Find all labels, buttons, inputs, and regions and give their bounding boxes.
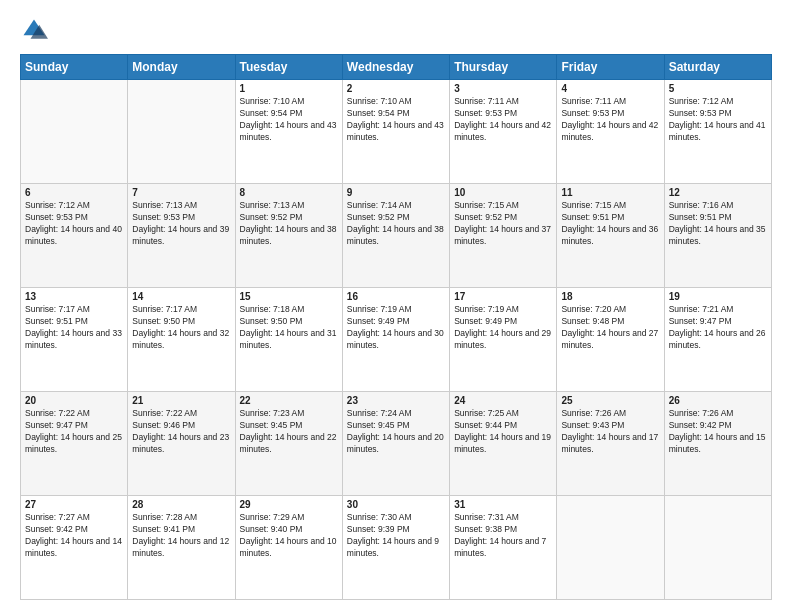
calendar-cell: 3Sunrise: 7:11 AMSunset: 9:53 PMDaylight… [450, 80, 557, 184]
day-number: 11 [561, 187, 659, 198]
calendar-header-row: SundayMondayTuesdayWednesdayThursdayFrid… [21, 55, 772, 80]
cell-info: Sunrise: 7:12 AMSunset: 9:53 PMDaylight:… [669, 96, 767, 144]
cell-info: Sunrise: 7:29 AMSunset: 9:40 PMDaylight:… [240, 512, 338, 560]
calendar-cell [557, 496, 664, 600]
day-number: 21 [132, 395, 230, 406]
day-number: 8 [240, 187, 338, 198]
day-number: 7 [132, 187, 230, 198]
calendar-cell: 22Sunrise: 7:23 AMSunset: 9:45 PMDayligh… [235, 392, 342, 496]
calendar-cell: 10Sunrise: 7:15 AMSunset: 9:52 PMDayligh… [450, 184, 557, 288]
calendar-cell: 21Sunrise: 7:22 AMSunset: 9:46 PMDayligh… [128, 392, 235, 496]
calendar-header-tuesday: Tuesday [235, 55, 342, 80]
day-number: 14 [132, 291, 230, 302]
cell-info: Sunrise: 7:12 AMSunset: 9:53 PMDaylight:… [25, 200, 123, 248]
calendar-cell: 7Sunrise: 7:13 AMSunset: 9:53 PMDaylight… [128, 184, 235, 288]
calendar-cell: 23Sunrise: 7:24 AMSunset: 9:45 PMDayligh… [342, 392, 449, 496]
calendar-cell: 25Sunrise: 7:26 AMSunset: 9:43 PMDayligh… [557, 392, 664, 496]
cell-info: Sunrise: 7:11 AMSunset: 9:53 PMDaylight:… [454, 96, 552, 144]
day-number: 17 [454, 291, 552, 302]
cell-info: Sunrise: 7:13 AMSunset: 9:52 PMDaylight:… [240, 200, 338, 248]
cell-info: Sunrise: 7:31 AMSunset: 9:38 PMDaylight:… [454, 512, 552, 560]
cell-info: Sunrise: 7:26 AMSunset: 9:42 PMDaylight:… [669, 408, 767, 456]
day-number: 4 [561, 83, 659, 94]
calendar-cell: 11Sunrise: 7:15 AMSunset: 9:51 PMDayligh… [557, 184, 664, 288]
calendar-cell: 26Sunrise: 7:26 AMSunset: 9:42 PMDayligh… [664, 392, 771, 496]
calendar-cell: 8Sunrise: 7:13 AMSunset: 9:52 PMDaylight… [235, 184, 342, 288]
cell-info: Sunrise: 7:27 AMSunset: 9:42 PMDaylight:… [25, 512, 123, 560]
page: SundayMondayTuesdayWednesdayThursdayFrid… [0, 0, 792, 612]
cell-info: Sunrise: 7:13 AMSunset: 9:53 PMDaylight:… [132, 200, 230, 248]
calendar-week-row: 20Sunrise: 7:22 AMSunset: 9:47 PMDayligh… [21, 392, 772, 496]
calendar-cell: 29Sunrise: 7:29 AMSunset: 9:40 PMDayligh… [235, 496, 342, 600]
day-number: 30 [347, 499, 445, 510]
calendar-cell: 20Sunrise: 7:22 AMSunset: 9:47 PMDayligh… [21, 392, 128, 496]
cell-info: Sunrise: 7:20 AMSunset: 9:48 PMDaylight:… [561, 304, 659, 352]
cell-info: Sunrise: 7:30 AMSunset: 9:39 PMDaylight:… [347, 512, 445, 560]
calendar-week-row: 27Sunrise: 7:27 AMSunset: 9:42 PMDayligh… [21, 496, 772, 600]
calendar-cell: 19Sunrise: 7:21 AMSunset: 9:47 PMDayligh… [664, 288, 771, 392]
header [20, 16, 772, 44]
cell-info: Sunrise: 7:22 AMSunset: 9:46 PMDaylight:… [132, 408, 230, 456]
cell-info: Sunrise: 7:14 AMSunset: 9:52 PMDaylight:… [347, 200, 445, 248]
calendar-header-wednesday: Wednesday [342, 55, 449, 80]
calendar-header-sunday: Sunday [21, 55, 128, 80]
calendar-cell: 18Sunrise: 7:20 AMSunset: 9:48 PMDayligh… [557, 288, 664, 392]
day-number: 10 [454, 187, 552, 198]
day-number: 12 [669, 187, 767, 198]
calendar-header-saturday: Saturday [664, 55, 771, 80]
calendar-cell: 14Sunrise: 7:17 AMSunset: 9:50 PMDayligh… [128, 288, 235, 392]
calendar-cell: 12Sunrise: 7:16 AMSunset: 9:51 PMDayligh… [664, 184, 771, 288]
calendar-cell: 1Sunrise: 7:10 AMSunset: 9:54 PMDaylight… [235, 80, 342, 184]
cell-info: Sunrise: 7:26 AMSunset: 9:43 PMDaylight:… [561, 408, 659, 456]
cell-info: Sunrise: 7:19 AMSunset: 9:49 PMDaylight:… [347, 304, 445, 352]
calendar-header-monday: Monday [128, 55, 235, 80]
day-number: 28 [132, 499, 230, 510]
day-number: 19 [669, 291, 767, 302]
cell-info: Sunrise: 7:15 AMSunset: 9:52 PMDaylight:… [454, 200, 552, 248]
calendar-cell [128, 80, 235, 184]
cell-info: Sunrise: 7:16 AMSunset: 9:51 PMDaylight:… [669, 200, 767, 248]
calendar-cell: 2Sunrise: 7:10 AMSunset: 9:54 PMDaylight… [342, 80, 449, 184]
calendar-cell: 5Sunrise: 7:12 AMSunset: 9:53 PMDaylight… [664, 80, 771, 184]
logo-icon [20, 16, 48, 44]
calendar-cell: 13Sunrise: 7:17 AMSunset: 9:51 PMDayligh… [21, 288, 128, 392]
calendar-cell: 6Sunrise: 7:12 AMSunset: 9:53 PMDaylight… [21, 184, 128, 288]
calendar-cell: 24Sunrise: 7:25 AMSunset: 9:44 PMDayligh… [450, 392, 557, 496]
calendar-cell: 30Sunrise: 7:30 AMSunset: 9:39 PMDayligh… [342, 496, 449, 600]
day-number: 24 [454, 395, 552, 406]
cell-info: Sunrise: 7:23 AMSunset: 9:45 PMDaylight:… [240, 408, 338, 456]
day-number: 1 [240, 83, 338, 94]
calendar-week-row: 1Sunrise: 7:10 AMSunset: 9:54 PMDaylight… [21, 80, 772, 184]
cell-info: Sunrise: 7:21 AMSunset: 9:47 PMDaylight:… [669, 304, 767, 352]
cell-info: Sunrise: 7:10 AMSunset: 9:54 PMDaylight:… [240, 96, 338, 144]
day-number: 22 [240, 395, 338, 406]
day-number: 16 [347, 291, 445, 302]
calendar-cell: 17Sunrise: 7:19 AMSunset: 9:49 PMDayligh… [450, 288, 557, 392]
day-number: 27 [25, 499, 123, 510]
logo [20, 16, 52, 44]
calendar-cell: 9Sunrise: 7:14 AMSunset: 9:52 PMDaylight… [342, 184, 449, 288]
calendar-cell [664, 496, 771, 600]
day-number: 18 [561, 291, 659, 302]
cell-info: Sunrise: 7:10 AMSunset: 9:54 PMDaylight:… [347, 96, 445, 144]
day-number: 25 [561, 395, 659, 406]
day-number: 5 [669, 83, 767, 94]
cell-info: Sunrise: 7:22 AMSunset: 9:47 PMDaylight:… [25, 408, 123, 456]
calendar-header-thursday: Thursday [450, 55, 557, 80]
day-number: 9 [347, 187, 445, 198]
calendar-header-friday: Friday [557, 55, 664, 80]
day-number: 29 [240, 499, 338, 510]
day-number: 20 [25, 395, 123, 406]
cell-info: Sunrise: 7:15 AMSunset: 9:51 PMDaylight:… [561, 200, 659, 248]
cell-info: Sunrise: 7:17 AMSunset: 9:51 PMDaylight:… [25, 304, 123, 352]
cell-info: Sunrise: 7:24 AMSunset: 9:45 PMDaylight:… [347, 408, 445, 456]
calendar-cell: 16Sunrise: 7:19 AMSunset: 9:49 PMDayligh… [342, 288, 449, 392]
calendar-table: SundayMondayTuesdayWednesdayThursdayFrid… [20, 54, 772, 600]
calendar-cell: 15Sunrise: 7:18 AMSunset: 9:50 PMDayligh… [235, 288, 342, 392]
day-number: 3 [454, 83, 552, 94]
day-number: 6 [25, 187, 123, 198]
day-number: 23 [347, 395, 445, 406]
cell-info: Sunrise: 7:11 AMSunset: 9:53 PMDaylight:… [561, 96, 659, 144]
day-number: 15 [240, 291, 338, 302]
calendar-cell [21, 80, 128, 184]
